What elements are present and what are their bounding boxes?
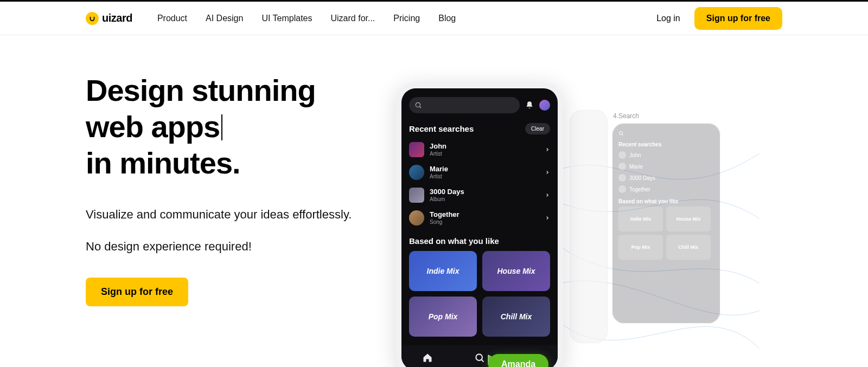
chevron-right-icon [545, 145, 550, 154]
signup-button[interactable]: Sign up for free [694, 7, 782, 30]
recommendation-grid: Indie Mix House Mix Pop Mix Chill Mix [409, 251, 550, 337]
header-actions: Log in Sign up for free [656, 7, 782, 30]
ghost-phone-side [570, 110, 608, 343]
clear-button[interactable]: Clear [525, 123, 550, 134]
nav-ui-templates[interactable]: UI Templates [261, 14, 312, 23]
ghost-card-pop: Pop Mix [618, 235, 663, 260]
svg-line-1 [622, 134, 623, 136]
thumb-john [409, 142, 424, 157]
svg-line-3 [419, 106, 421, 108]
login-link[interactable]: Log in [656, 14, 680, 23]
thumb-together [409, 210, 424, 226]
thumb-marie [409, 165, 424, 180]
presence-badge: Amanda [488, 354, 548, 367]
list-item[interactable]: John Artist [409, 142, 550, 157]
ghost-recent-title: Recent searches [618, 141, 714, 147]
card-indie-mix[interactable]: Indie Mix [409, 251, 477, 291]
ghost-row-marie: Marie [629, 164, 643, 170]
svg-point-0 [620, 132, 623, 135]
ghost-screen-label: 4.Search [613, 112, 639, 120]
ghost-row-together: Together [629, 186, 650, 192]
svg-point-4 [476, 354, 482, 360]
row-type: Song [430, 219, 459, 225]
ghost-card-indie: Indie Mix [618, 207, 663, 231]
svg-point-2 [416, 102, 420, 107]
row-name: Together [430, 211, 459, 218]
based-on-title: Based on what you like [409, 236, 550, 246]
card-chill-mix[interactable]: Chill Mix [482, 297, 550, 337]
hero-copy: Design stunning web apps in minutes. Vis… [86, 72, 422, 306]
typing-cursor-icon [221, 114, 222, 140]
phone-screen: Recent searches Clear John Artist Marie [401, 88, 558, 367]
hero-line-2: web apps [86, 110, 220, 144]
row-name: 3000 Days [430, 188, 464, 196]
site-header: uizard Product AI Design UI Templates Ui… [0, 2, 868, 35]
row-type: Album [430, 196, 464, 202]
nav-uizard-for[interactable]: Uizard for... [331, 14, 375, 23]
hero-signup-button[interactable]: Sign up for free [86, 278, 188, 306]
svg-line-5 [481, 359, 483, 362]
nav-ai-design[interactable]: AI Design [206, 14, 243, 23]
recent-searches-header: Recent searches Clear [409, 123, 550, 134]
nav-product[interactable]: Product [157, 14, 187, 23]
search-tab-icon[interactable] [474, 352, 485, 363]
nav-blog[interactable]: Blog [438, 14, 456, 23]
brand-name: uizard [102, 12, 132, 24]
row-type: Artist [430, 173, 448, 179]
ghost-card-chill: Chill Mix [666, 235, 711, 260]
phone-frame: Recent searches Clear John Artist Marie [396, 83, 563, 367]
hero-subtitle-1: Visualize and communicate your ideas eff… [86, 205, 422, 223]
bell-icon[interactable] [525, 101, 534, 110]
hero-line-3: in minutes. [86, 146, 240, 180]
phone-search-input[interactable] [409, 97, 520, 113]
row-name: Marie [430, 165, 448, 173]
home-icon[interactable] [422, 352, 433, 363]
hero-line-1: Design stunning [86, 73, 316, 107]
hero-heading: Design stunning web apps in minutes. [86, 72, 422, 182]
list-item[interactable]: 3000 Days Album [409, 188, 550, 203]
chevron-right-icon [545, 190, 550, 200]
thumb-3000days [409, 188, 424, 203]
hero-subtitle-2: No design experience required! [86, 240, 422, 254]
ghost-row-john: John [629, 152, 641, 158]
hero-mockup: 4.Search Recent searches John Marie 3000… [396, 83, 787, 367]
hero-section: Design stunning web apps in minutes. Vis… [0, 35, 868, 306]
ghost-phone-back: Recent searches John Marie 3000 Days Tog… [612, 123, 720, 324]
phone-topbar [409, 97, 550, 113]
brand-logo[interactable]: uizard [86, 12, 132, 25]
ghost-row-days: 3000 Days [629, 175, 655, 181]
list-item[interactable]: Together Song [409, 210, 550, 226]
row-type: Artist [430, 151, 446, 157]
search-icon [414, 101, 422, 109]
card-pop-mix[interactable]: Pop Mix [409, 297, 477, 337]
card-house-mix[interactable]: House Mix [482, 251, 550, 291]
ghost-based-title: Based on what you like [618, 198, 714, 204]
list-item[interactable]: Marie Artist [409, 165, 550, 180]
ghost-card-house: House Mix [666, 207, 711, 231]
chevron-right-icon [545, 168, 550, 177]
main-nav: Product AI Design UI Templates Uizard fo… [157, 14, 456, 23]
logo-mark-icon [86, 12, 99, 25]
avatar[interactable] [539, 100, 550, 111]
nav-pricing[interactable]: Pricing [393, 14, 420, 23]
recent-searches-title: Recent searches [409, 124, 474, 133]
row-name: John [430, 143, 446, 150]
chevron-right-icon [545, 213, 550, 223]
